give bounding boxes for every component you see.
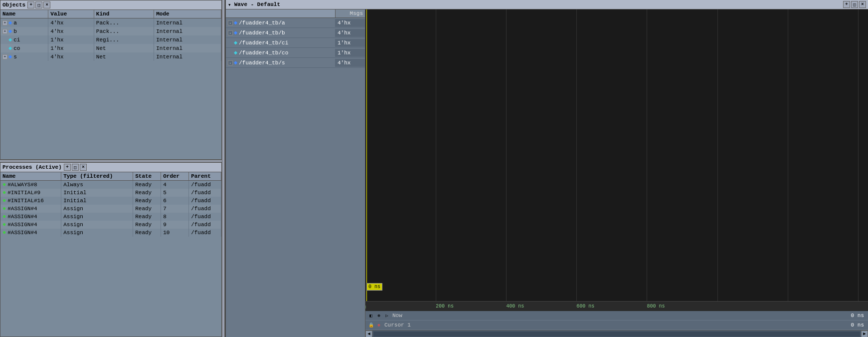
expand-btn[interactable]: - xyxy=(228,30,233,35)
row-icon: ◆ xyxy=(8,53,12,60)
table-row[interactable]: ● #ALWAYS#8 Always Ready 4 /fuadd xyxy=(0,181,221,189)
wave-signals: Msgs - ◆ /fuadder4_tb/a 4'hx - ◆ /fuadde… xyxy=(226,9,365,337)
wave-signal-row[interactable]: ◆ /fuadder4_tb/co 1'hx xyxy=(226,48,365,58)
signal-name: /fuadder4_tb/co xyxy=(239,50,288,56)
processes-pin-icon[interactable]: ◫ xyxy=(72,164,79,171)
cursor-lock-icon[interactable]: 🔒 xyxy=(367,322,374,329)
signal-name: /fuadder4_tb/ci xyxy=(239,40,288,46)
now-icon1[interactable]: ◧ xyxy=(367,312,374,319)
signal-value: 1'hx xyxy=(335,39,365,47)
cursor-del-icon[interactable]: ⊗ xyxy=(375,322,382,329)
expand-btn[interactable]: + xyxy=(2,54,7,59)
table-row[interactable]: + ◆ b 4'hx Pack... Internal xyxy=(0,27,221,35)
expand-btn[interactable]: - xyxy=(228,20,233,25)
signal-icon: ◆ xyxy=(234,39,237,46)
signal-value: 4'hx xyxy=(335,29,365,37)
processes-panel-title: Processes (Active) xyxy=(2,164,62,170)
wave-signals-list: - ◆ /fuadder4_tb/a 4'hx - ◆ /fuadder4_tb… xyxy=(226,18,365,68)
signal-value: 4'hx xyxy=(335,59,365,67)
processes-table: Name Type (filtered) State Order Parent … xyxy=(0,172,221,237)
processes-panel: Processes (Active) + ◫ × Name Type (filt… xyxy=(0,162,222,337)
row-icon: ◆ xyxy=(8,44,12,52)
table-row[interactable]: ● #ASSIGN#4 Assign Ready 10 /fuadd xyxy=(0,229,221,237)
objects-table: Name Value Kind Mode + ◆ a 4'hx Pack... … xyxy=(0,10,221,61)
circle-icon: ● xyxy=(2,205,6,212)
table-row[interactable]: ● #ASSIGN#4 Assign Ready 8 /fuadd xyxy=(0,213,221,221)
row-icon: ◆ xyxy=(8,27,12,35)
wave-signals-area[interactable]: 0 ns xyxy=(365,9,868,301)
wave-pin-icon[interactable]: ◫ xyxy=(851,1,858,8)
wave-timeline: 200 ns 400 ns 600 ns 800 ns xyxy=(365,301,868,311)
processes-col-order: Order xyxy=(161,172,189,181)
circle-icon: ● xyxy=(2,221,6,228)
table-row[interactable]: + ◆ a 4'hx Pack... Internal xyxy=(0,18,221,27)
processes-close-icon[interactable]: × xyxy=(80,164,87,171)
processes-table-header: Name Type (filtered) State Order Parent xyxy=(0,172,221,181)
expand-btn[interactable]: + xyxy=(2,29,7,34)
wave-now-cursor-area: ◧ ⊛ ▷ Now 0 ns 🔒 ⊗ Cursor 1 0 ns xyxy=(365,311,868,330)
objects-pin-icon[interactable]: ◫ xyxy=(35,1,42,8)
objects-panel-header: Objects + ◫ × xyxy=(0,0,221,10)
wave-signal-row[interactable]: ◆ /fuadder4_tb/ci 1'hx xyxy=(226,38,365,48)
row-icon: ◆ xyxy=(8,36,12,43)
objects-panel-title: Objects xyxy=(2,2,25,8)
timeline-marker-800: 800 ns xyxy=(647,304,665,309)
wave-signal-row[interactable]: - ◆ /fuadder4_tb/s 4'hx xyxy=(226,58,365,68)
table-row[interactable]: ◆ ci 1'hx Regi... Internal xyxy=(0,35,221,44)
table-row[interactable]: ◆ co 1'hx Net Internal xyxy=(0,44,221,52)
signal-icon: ◆ xyxy=(234,49,237,56)
objects-col-kind: Kind xyxy=(94,10,154,18)
now-value: 0 ns xyxy=(851,313,866,319)
table-row[interactable]: ● #INITIAL#16 Initial Ready 6 /fuadd xyxy=(0,197,221,205)
wave-now-icons: ◧ ⊛ ▷ xyxy=(367,312,390,319)
processes-col-type: Type (filtered) xyxy=(61,172,133,181)
circle-icon: ● xyxy=(2,229,6,236)
objects-close-icon[interactable]: × xyxy=(43,1,50,8)
table-row[interactable]: ● #ASSIGN#4 Assign Ready 9 /fuadd xyxy=(0,221,221,229)
scroll-track[interactable] xyxy=(373,332,860,337)
objects-table-container: Name Value Kind Mode + ◆ a 4'hx Pack... … xyxy=(0,10,221,85)
processes-col-parent: Parent xyxy=(189,172,221,181)
expand-btn[interactable]: - xyxy=(228,60,233,65)
objects-col-mode: Mode xyxy=(154,10,221,18)
wave-cursor-icons: 🔒 ⊗ xyxy=(367,322,382,329)
signal-icon: ◆ xyxy=(234,29,237,36)
processes-add-icon[interactable]: + xyxy=(64,164,71,171)
wave-msgs-label: Msgs xyxy=(335,9,365,17)
circle-icon: ● xyxy=(2,189,6,196)
wave-panel-title: Wave - Default xyxy=(234,1,280,7)
table-row[interactable]: ● #INITIAL#9 Initial Ready 5 /fuadd xyxy=(0,189,221,197)
signal-value: 1'hx xyxy=(335,49,365,57)
wave-scrollbar: ◀ ▶ xyxy=(365,330,868,337)
main-container: Objects + ◫ × Name Value Kind Mode xyxy=(0,0,868,337)
expand-btn[interactable]: + xyxy=(2,20,7,25)
processes-panel-header: Processes (Active) + ◫ × xyxy=(0,163,221,172)
circle-icon: ● xyxy=(2,213,6,220)
wave-signal-row[interactable]: - ◆ /fuadder4_tb/a 4'hx xyxy=(226,18,365,28)
processes-col-state: State xyxy=(133,172,161,181)
wave-signal-row[interactable]: - ◆ /fuadder4_tb/b 4'hx xyxy=(226,28,365,38)
processes-col-name: Name xyxy=(0,172,61,181)
scroll-right-btn[interactable]: ▶ xyxy=(861,331,868,337)
wave-panel: ▾ Wave - Default + ◫ × Msgs - ◆ /fuadder… xyxy=(225,0,868,337)
processes-table-container: Name Type (filtered) State Order Parent … xyxy=(0,172,221,337)
signal-name: /fuadder4_tb/a xyxy=(239,20,285,26)
now-icon2[interactable]: ⊛ xyxy=(375,312,382,319)
objects-col-name: Name xyxy=(0,10,48,18)
timeline-marker-400: 400 ns xyxy=(506,304,524,309)
wave-cursor-row: 🔒 ⊗ Cursor 1 0 ns xyxy=(365,321,868,330)
wave-signal-empty xyxy=(226,68,365,337)
wave-now-row: ◧ ⊛ ▷ Now 0 ns xyxy=(365,311,868,321)
cursor-label: Cursor 1 xyxy=(384,322,414,328)
table-row[interactable]: + ◆ s 4'hx Net Internal xyxy=(0,52,221,61)
wave-close-icon[interactable]: × xyxy=(859,1,866,8)
scroll-left-btn[interactable]: ◀ xyxy=(365,331,372,337)
wave-add-icon[interactable]: + xyxy=(843,1,850,8)
now-icon3[interactable]: ▷ xyxy=(383,312,390,319)
wave-panel-header: ▾ Wave - Default + ◫ × xyxy=(226,0,868,9)
processes-panel-icons: + ◫ × xyxy=(64,164,87,171)
table-row[interactable]: ● #ASSIGN#4 Assign Ready 7 /fuadd xyxy=(0,205,221,213)
processes-table-body: ● #ALWAYS#8 Always Ready 4 /fuadd ● #INI… xyxy=(0,181,221,237)
objects-add-icon[interactable]: + xyxy=(27,1,34,8)
wave-menu-icon[interactable]: ▾ xyxy=(228,2,231,8)
